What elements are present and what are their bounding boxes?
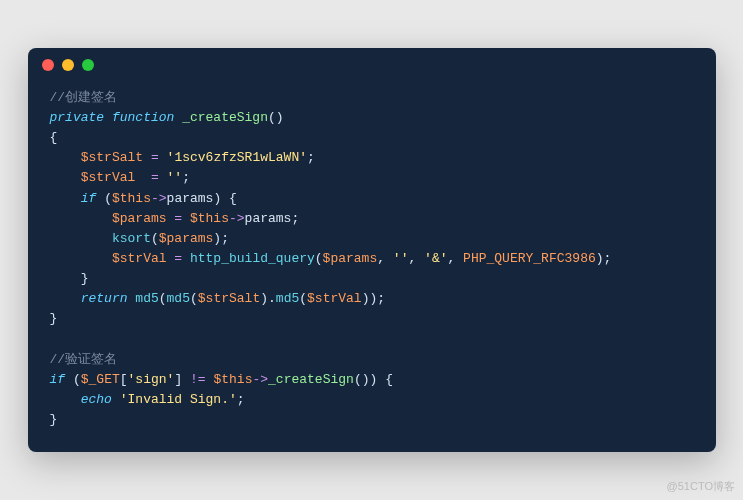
prop-params: params <box>167 191 214 206</box>
op-assign: = <box>151 170 159 185</box>
op-assign: = <box>174 251 182 266</box>
code-window: //创建签名 private function _createSign() { … <box>28 48 716 452</box>
var-strSalt: $strSalt <box>81 150 143 165</box>
semi: ; <box>604 251 612 266</box>
paren: ( <box>151 231 159 246</box>
paren: ( <box>354 372 362 387</box>
semi: ; <box>307 150 315 165</box>
bracket: [ <box>120 372 128 387</box>
const-rfc: PHP_QUERY_RFC3986 <box>463 251 596 266</box>
var-get: $_GET <box>81 372 120 387</box>
semi: ; <box>221 231 229 246</box>
str-invalid: 'Invalid Sign.' <box>120 392 237 407</box>
brace: { <box>50 130 58 145</box>
paren: ) <box>362 372 370 387</box>
semi: ; <box>377 291 385 306</box>
prop-params: params <box>245 211 292 226</box>
paren: ( <box>299 291 307 306</box>
op-neq: != <box>190 372 206 387</box>
var-strSalt: $strSalt <box>198 291 260 306</box>
semi: ; <box>291 211 299 226</box>
comment-create: //创建签名 <box>50 90 118 105</box>
op-assign: = <box>174 211 182 226</box>
brace: } <box>50 311 58 326</box>
brace: } <box>50 412 58 427</box>
var-this: $this <box>190 211 229 226</box>
paren: ( <box>159 291 167 306</box>
kw-echo: echo <box>81 392 112 407</box>
paren: ) <box>370 372 378 387</box>
fn-httpbq: http_build_query <box>190 251 315 266</box>
comment-verify: //验证签名 <box>50 352 118 367</box>
fn-md5: md5 <box>135 291 158 306</box>
var-strVal: $strVal <box>81 170 136 185</box>
var-strVal: $strVal <box>307 291 362 306</box>
brace: } <box>81 271 89 286</box>
fn-ksort: ksort <box>112 231 151 246</box>
var-params: $params <box>323 251 378 266</box>
semi: ; <box>182 170 190 185</box>
var-strVal: $strVal <box>112 251 167 266</box>
str-amp: '&' <box>424 251 447 266</box>
kw-return: return <box>81 291 128 306</box>
watermark: @51CTO博客 <box>667 479 735 494</box>
paren: ) <box>276 110 284 125</box>
comma: , <box>408 251 416 266</box>
comma: , <box>377 251 385 266</box>
brace: { <box>385 372 393 387</box>
var-params: $params <box>112 211 167 226</box>
str-empty: '' <box>393 251 409 266</box>
paren: ) <box>213 191 221 206</box>
code-block: //创建签名 private function _createSign() { … <box>28 82 716 452</box>
paren: ( <box>104 191 112 206</box>
fn-createSign: _createSign <box>268 372 354 387</box>
op-assign: = <box>151 150 159 165</box>
paren: ) <box>260 291 268 306</box>
close-icon[interactable] <box>42 59 54 71</box>
kw-if: if <box>50 372 66 387</box>
fn-name: _createSign <box>182 110 268 125</box>
kw-if: if <box>81 191 97 206</box>
paren: ) <box>213 231 221 246</box>
zoom-icon[interactable] <box>82 59 94 71</box>
paren: ( <box>73 372 81 387</box>
dot: . <box>268 291 276 306</box>
paren: ( <box>268 110 276 125</box>
var-params: $params <box>159 231 214 246</box>
op-arrow: -> <box>151 191 167 206</box>
str-salt: '1scv6zfzSR1wLaWN' <box>167 150 307 165</box>
kw-private: private <box>50 110 105 125</box>
var-this: $this <box>213 372 252 387</box>
str-empty: '' <box>167 170 183 185</box>
semi: ; <box>237 392 245 407</box>
fn-md5: md5 <box>167 291 190 306</box>
fn-md5: md5 <box>276 291 299 306</box>
comma: , <box>447 251 455 266</box>
brace: { <box>229 191 237 206</box>
paren: ) <box>596 251 604 266</box>
var-this: $this <box>112 191 151 206</box>
op-arrow: -> <box>252 372 268 387</box>
minimize-icon[interactable] <box>62 59 74 71</box>
bracket: ] <box>174 372 182 387</box>
str-sign: 'sign' <box>128 372 175 387</box>
paren: ( <box>190 291 198 306</box>
paren: ( <box>315 251 323 266</box>
kw-function: function <box>112 110 174 125</box>
op-arrow: -> <box>229 211 245 226</box>
window-titlebar <box>28 48 716 82</box>
